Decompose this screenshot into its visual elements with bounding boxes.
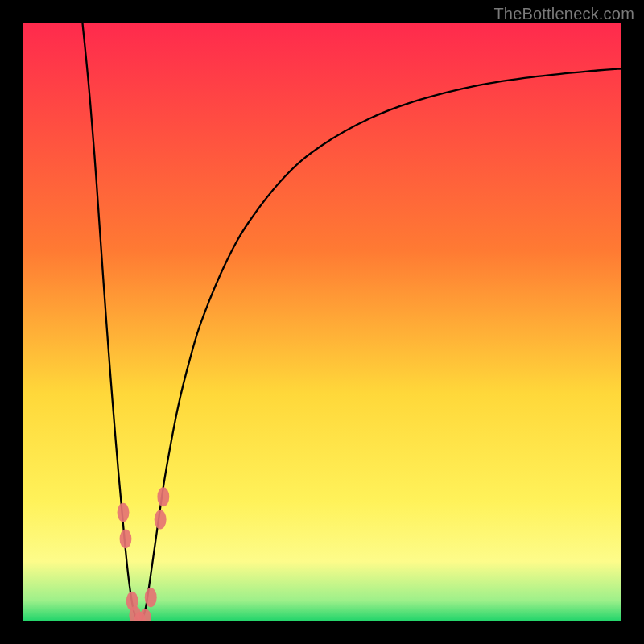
scatter-point xyxy=(118,503,130,522)
chart-frame: TheBottleneck.com xyxy=(0,0,644,644)
scatter-point xyxy=(155,510,167,530)
watermark-label: TheBottleneck.com xyxy=(493,5,634,23)
scatter-point xyxy=(145,588,157,607)
scatter-point xyxy=(157,487,169,506)
plot-background xyxy=(23,23,621,621)
chart-svg xyxy=(23,23,621,621)
chart-plot-area xyxy=(23,23,621,621)
scatter-point xyxy=(120,529,132,548)
